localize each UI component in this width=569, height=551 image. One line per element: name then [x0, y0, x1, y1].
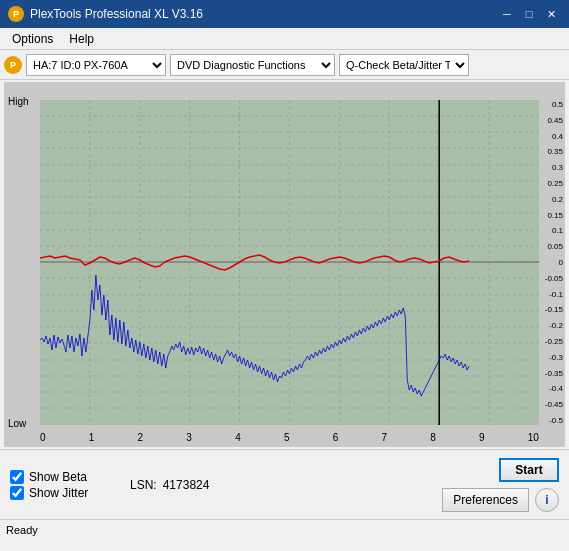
- status-bar: Ready: [0, 519, 569, 539]
- checkboxes: Show Beta Show Jitter: [10, 470, 110, 500]
- info-button[interactable]: i: [535, 488, 559, 512]
- title-bar: P PlexTools Professional XL V3.16 ─ □ ✕: [0, 0, 569, 28]
- chart-area: High Low 0.5 0.45 0.4 0.35 0.3 0.25 0.2 …: [4, 82, 565, 447]
- toolbar-device: P HA:7 ID:0 PX-760A: [4, 54, 166, 76]
- minimize-button[interactable]: ─: [497, 5, 517, 23]
- menu-help[interactable]: Help: [61, 30, 102, 48]
- lsn-area: LSN: 4173824: [130, 478, 209, 492]
- lsn-value: 4173824: [163, 478, 210, 492]
- title-bar-controls: ─ □ ✕: [497, 5, 561, 23]
- chart-low-label: Low: [8, 418, 26, 429]
- chart-svg: [40, 100, 539, 425]
- test-select[interactable]: Q-Check Beta/Jitter Test: [339, 54, 469, 76]
- jitter-checkbox[interactable]: [10, 486, 24, 500]
- beta-checkbox[interactable]: [10, 470, 24, 484]
- jitter-checkbox-row: Show Jitter: [10, 486, 110, 500]
- function-select[interactable]: DVD Diagnostic Functions: [170, 54, 335, 76]
- start-button[interactable]: Start: [499, 458, 559, 482]
- beta-checkbox-row: Show Beta: [10, 470, 110, 484]
- chart-y-right-labels: 0.5 0.45 0.4 0.35 0.3 0.25 0.2 0.15 0.1 …: [545, 100, 563, 425]
- bottom-panel: Show Beta Show Jitter LSN: 4173824 Start…: [0, 449, 569, 519]
- bottom-right: Start Preferences i: [442, 458, 559, 512]
- chart-high-label: High: [8, 96, 29, 107]
- bottom-buttons: Preferences i: [442, 488, 559, 512]
- window-title: PlexTools Professional XL V3.16: [30, 7, 203, 21]
- maximize-button[interactable]: □: [519, 5, 539, 23]
- lsn-label: LSN:: [130, 478, 157, 492]
- menu-bar: Options Help: [0, 28, 569, 50]
- app-icon: P: [8, 6, 24, 22]
- preferences-button[interactable]: Preferences: [442, 488, 529, 512]
- close-button[interactable]: ✕: [541, 5, 561, 23]
- jitter-label[interactable]: Show Jitter: [29, 486, 88, 500]
- device-icon: P: [4, 56, 22, 74]
- chart-inner: [40, 100, 539, 425]
- chart-x-labels: 0 1 2 3 4 5 6 7 8 9 10: [40, 432, 539, 443]
- status-text: Ready: [6, 524, 38, 536]
- menu-options[interactable]: Options: [4, 30, 61, 48]
- beta-label[interactable]: Show Beta: [29, 470, 87, 484]
- device-select[interactable]: HA:7 ID:0 PX-760A: [26, 54, 166, 76]
- toolbar: P HA:7 ID:0 PX-760A DVD Diagnostic Funct…: [0, 50, 569, 80]
- title-bar-left: P PlexTools Professional XL V3.16: [8, 6, 203, 22]
